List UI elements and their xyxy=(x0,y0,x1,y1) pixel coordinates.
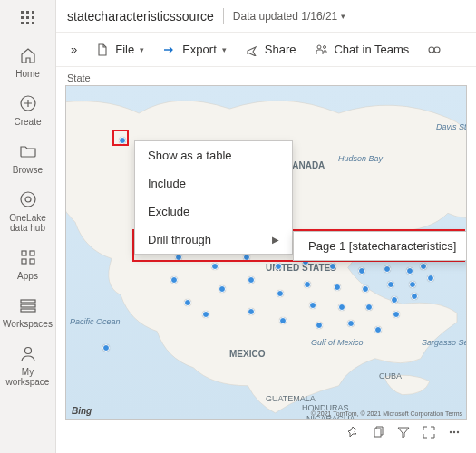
nav-workspaces[interactable]: Workspaces xyxy=(5,290,52,333)
expand-pane-button[interactable]: » xyxy=(63,39,84,60)
chat-teams-button[interactable]: Chat in Teams xyxy=(306,39,416,61)
report-title: statecharacteristicssource xyxy=(67,9,214,24)
data-point[interactable] xyxy=(387,281,394,288)
data-point[interactable] xyxy=(329,263,336,270)
left-nav: Home Create Browse OneLake data hub Apps… xyxy=(0,0,56,453)
pin-icon[interactable] xyxy=(345,425,360,439)
highlight-selected-point xyxy=(112,130,129,146)
label-mexico: MEXICO xyxy=(229,349,265,359)
menu-show-as-table[interactable]: Show as a table xyxy=(135,141,292,169)
file-menu[interactable]: File ▾ xyxy=(88,39,151,61)
filter-icon[interactable] xyxy=(396,425,411,439)
database-icon xyxy=(16,188,40,211)
copy-icon[interactable] xyxy=(371,425,385,439)
data-point[interactable] xyxy=(347,320,355,327)
label-cuba: CUBA xyxy=(379,371,402,381)
data-point[interactable] xyxy=(277,290,284,297)
data-point[interactable] xyxy=(275,263,282,270)
data-point[interactable] xyxy=(393,311,400,318)
nav-create[interactable]: Create xyxy=(5,88,52,130)
svg-point-20 xyxy=(317,45,321,49)
data-updated-text: Data updated 1/16/21 xyxy=(233,10,337,23)
svg-point-19 xyxy=(24,348,31,354)
svg-rect-7 xyxy=(26,22,29,24)
top-bar: statecharacteristicssource Data updated … xyxy=(56,0,476,33)
menu-include[interactable]: Include xyxy=(135,169,292,198)
data-point[interactable] xyxy=(427,275,434,282)
focus-icon[interactable] xyxy=(422,425,436,439)
nav-apps-label: Apps xyxy=(17,271,38,281)
nav-browse[interactable]: Browse xyxy=(5,136,52,178)
svg-rect-24 xyxy=(374,429,381,437)
data-point[interactable] xyxy=(338,304,345,311)
data-point[interactable] xyxy=(411,293,418,300)
data-point[interactable] xyxy=(391,296,398,304)
submenu-page1[interactable]: Page 1 [statecharacteristics] xyxy=(294,232,467,260)
data-point[interactable] xyxy=(248,308,255,315)
app-root: Home Create Browse OneLake data hub Apps… xyxy=(0,0,476,453)
data-point[interactable] xyxy=(384,265,391,273)
data-point[interactable] xyxy=(420,263,427,270)
data-point[interactable] xyxy=(304,281,311,288)
bing-logo: Bing xyxy=(72,406,92,416)
svg-point-22 xyxy=(429,47,434,53)
svg-point-26 xyxy=(453,431,455,433)
toolbar: » File ▾ Export ▾ Share Chat in Teams xyxy=(56,33,476,67)
label-guatemala: GUATEMALA xyxy=(266,394,316,403)
data-point[interactable] xyxy=(316,322,323,329)
share-button[interactable]: Share xyxy=(238,39,304,61)
workspaces-icon xyxy=(16,294,40,317)
nav-myworkspace-label: My workspace xyxy=(5,367,52,387)
data-point[interactable] xyxy=(309,302,316,309)
chat-label: Chat in Teams xyxy=(334,43,409,56)
data-point[interactable] xyxy=(279,317,287,324)
divider xyxy=(223,8,224,24)
svg-rect-8 xyxy=(32,22,34,24)
svg-rect-12 xyxy=(22,251,26,255)
menu-exclude[interactable]: Exclude xyxy=(135,198,292,226)
svg-rect-4 xyxy=(26,16,29,19)
nav-myworkspace[interactable]: My workspace xyxy=(5,338,52,390)
svg-rect-18 xyxy=(21,309,35,312)
map-visual[interactable]: CANADA UNITED STATES MEXICO GUATEMALA HO… xyxy=(65,85,467,420)
label-davis: Davis Strait xyxy=(436,122,467,131)
app-launcher-icon[interactable] xyxy=(15,5,41,31)
svg-point-27 xyxy=(457,431,459,433)
data-point[interactable] xyxy=(170,276,178,284)
menu-drill-through[interactable]: Drill through ▶ xyxy=(135,226,292,254)
nav-workspaces-label: Workspaces xyxy=(3,319,53,329)
nav-create-label: Create xyxy=(14,117,41,127)
nav-apps[interactable]: Apps xyxy=(5,242,52,284)
more-icon[interactable] xyxy=(447,425,461,439)
nav-onelake[interactable]: OneLake data hub xyxy=(5,184,52,236)
data-point[interactable] xyxy=(374,326,382,333)
data-point[interactable] xyxy=(102,344,110,352)
chevron-down-icon: ▾ xyxy=(140,45,144,54)
data-point[interactable] xyxy=(334,284,341,291)
export-label: Export xyxy=(182,43,217,56)
nav-browse-label: Browse xyxy=(13,165,43,175)
data-point[interactable] xyxy=(358,267,365,275)
export-menu[interactable]: Export ▾ xyxy=(155,39,234,61)
more-toolbar-button[interactable] xyxy=(420,39,449,61)
data-updated[interactable]: Data updated 1/16/21 ▾ xyxy=(233,10,345,23)
data-point[interactable] xyxy=(248,276,255,284)
svg-rect-15 xyxy=(30,259,34,264)
report-canvas: State CANADA UNITED STATES MEXICO GUATEM… xyxy=(56,67,476,453)
nav-home[interactable]: Home xyxy=(5,40,52,82)
data-point[interactable] xyxy=(409,281,416,288)
data-point[interactable] xyxy=(211,263,219,270)
data-point[interactable] xyxy=(362,285,369,293)
svg-point-11 xyxy=(25,197,31,202)
data-point[interactable] xyxy=(202,311,209,318)
svg-rect-5 xyxy=(32,16,34,19)
visual-footer xyxy=(65,420,467,444)
data-point[interactable] xyxy=(406,267,413,275)
svg-point-23 xyxy=(434,47,440,53)
label-sargasso: Sargasso Sea xyxy=(422,338,467,347)
data-point[interactable] xyxy=(184,299,191,306)
data-point[interactable] xyxy=(219,285,226,293)
svg-point-21 xyxy=(323,46,325,49)
data-point[interactable] xyxy=(365,304,373,311)
visual-title: State xyxy=(65,72,467,85)
